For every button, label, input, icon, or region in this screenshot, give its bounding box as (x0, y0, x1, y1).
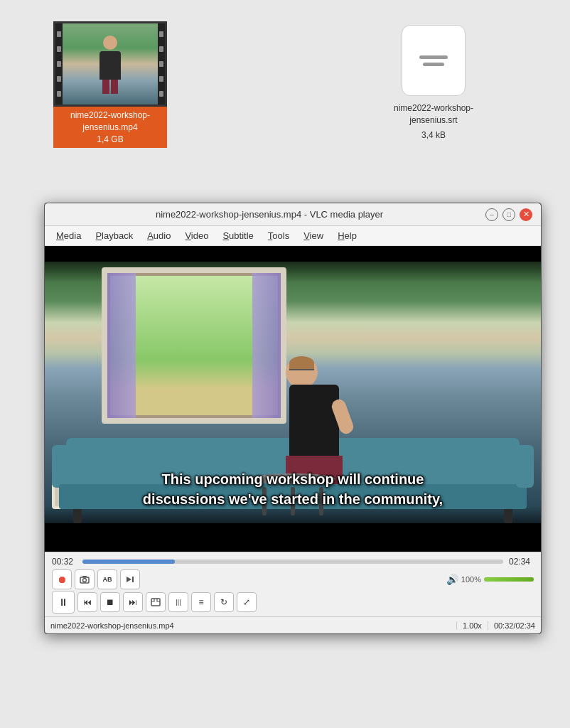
scene-window (102, 267, 286, 424)
svg-rect-5 (151, 599, 160, 606)
status-time: 00:32/02:34 (488, 621, 535, 630)
menu-playback[interactable]: Playback (90, 228, 139, 243)
scene-curtain-left (107, 273, 136, 418)
prev-button[interactable]: ⏮ (77, 592, 97, 612)
record-button[interactable]: ⏺ (52, 569, 72, 589)
fullscreen-button[interactable] (146, 592, 166, 612)
subtitle-line1: This upcoming workshop will continue (59, 469, 527, 489)
status-speed: 1.00x (457, 621, 488, 630)
next-button[interactable]: ⏭ (123, 592, 143, 612)
video-file-label: nime2022-workshop- jensenius.mp4 1,4 GB (53, 107, 167, 148)
person-video-glasses (289, 369, 314, 375)
volume-label: 100% (461, 575, 481, 584)
desktop: nime2022-workshop- jensenius.mp4 1,4 GB … (0, 0, 570, 728)
controls-row1: ⏺ AB 🔊 100% (52, 569, 534, 589)
scene-person (286, 356, 343, 484)
menu-video[interactable]: Video (179, 228, 214, 243)
video-file-name: nime2022-workshop- jensenius.mp4 (59, 109, 161, 134)
subtitle-overlay: This upcoming workshop will continue dis… (45, 469, 541, 509)
video-thumbnail (53, 21, 167, 107)
srt-lines (419, 55, 448, 66)
menu-subtitle[interactable]: Subtitle (217, 228, 259, 243)
snapshot-button[interactable] (75, 569, 95, 589)
vlc-video-area[interactable]: This upcoming workshop will continue dis… (45, 246, 541, 552)
volume-track[interactable] (484, 577, 534, 582)
person-video-head (286, 356, 318, 388)
svg-rect-4 (132, 577, 134, 582)
random-button[interactable]: ⤢ (237, 592, 257, 612)
black-bar-bottom (45, 523, 541, 552)
vlc-titlebar: nime2022-workshop-jensenius.mp4 - VLC me… (45, 203, 541, 226)
maximize-button[interactable]: □ (502, 208, 515, 221)
volume-fill (484, 577, 534, 582)
stop-button[interactable]: ⏹ (100, 592, 120, 612)
time-current: 00:32 (52, 557, 77, 567)
playlist-button[interactable]: ≡ (191, 592, 211, 612)
person-video-torso (289, 385, 339, 456)
extended-button[interactable]: ||| (168, 592, 188, 612)
loop-button[interactable]: ↻ (214, 592, 234, 612)
person-head (103, 36, 117, 50)
filmstrip-right (158, 23, 165, 105)
status-bar: nime2022-workshop-jensenius.mp4 1.00x 00… (45, 616, 541, 633)
vlc-window: nime2022-workshop-jensenius.mp4 - VLC me… (44, 203, 542, 634)
volume-area: 🔊 100% (446, 574, 534, 585)
ab-button[interactable]: AB (97, 569, 117, 589)
minimize-button[interactable]: – (485, 208, 498, 221)
srt-line-1 (419, 55, 448, 59)
scene-curtain-right (252, 273, 281, 418)
svg-marker-3 (127, 577, 131, 582)
subtitle-line2: discussions we've started in the communi… (59, 489, 527, 509)
thumbnail-person (92, 36, 128, 92)
menu-tools[interactable]: Tools (262, 228, 295, 243)
progress-fill (82, 560, 175, 564)
menu-media[interactable]: Media (50, 228, 87, 243)
srt-icon-wrapper (398, 21, 469, 100)
status-filename: nime2022-workshop-jensenius.mp4 (50, 621, 457, 630)
volume-icon: 🔊 (446, 574, 458, 585)
menu-view[interactable]: View (298, 228, 329, 243)
srt-file-name: nime2022-workshop- jensenius.srt (377, 102, 490, 127)
controls-row2: ⏸ ⏮ ⏹ ⏭ ||| ≡ ↻ ⤢ (52, 591, 534, 614)
person-video-hair (289, 356, 314, 370)
thumbnail-content (63, 23, 158, 105)
vlc-controls: 00:32 02:34 ⏺ AB 🔊 (45, 552, 541, 616)
time-total: 02:34 (509, 557, 534, 567)
vlc-window-title: nime2022-workshop-jensenius.mp4 - VLC me… (53, 209, 485, 220)
pause-button[interactable]: ⏸ (52, 591, 75, 614)
srt-icon (402, 25, 466, 96)
svg-point-1 (83, 579, 87, 582)
menu-audio[interactable]: Audio (141, 228, 176, 243)
filmstrip-left (55, 23, 63, 105)
titlebar-controls: – □ ✕ (485, 208, 532, 221)
video-file-size: 1,4 GB (59, 134, 161, 146)
svg-rect-2 (82, 576, 87, 577)
person-legs (92, 80, 128, 94)
srt-line-2 (423, 63, 444, 66)
frame-next-button[interactable] (120, 569, 140, 589)
menu-help[interactable]: Help (332, 228, 362, 243)
srt-file-size: 3,4 kB (421, 129, 446, 141)
person-body (100, 51, 121, 80)
video-file-icon[interactable]: nime2022-workshop- jensenius.mp4 1,4 GB (53, 21, 167, 148)
progress-track[interactable] (82, 560, 503, 564)
vlc-menubar: Media Playback Audio Video Subtitle Tool… (45, 226, 541, 246)
srt-file-icon[interactable]: nime2022-workshop- jensenius.srt 3,4 kB (377, 21, 490, 141)
close-button[interactable]: ✕ (520, 208, 532, 221)
progress-bar-row: 00:32 02:34 (52, 557, 534, 567)
